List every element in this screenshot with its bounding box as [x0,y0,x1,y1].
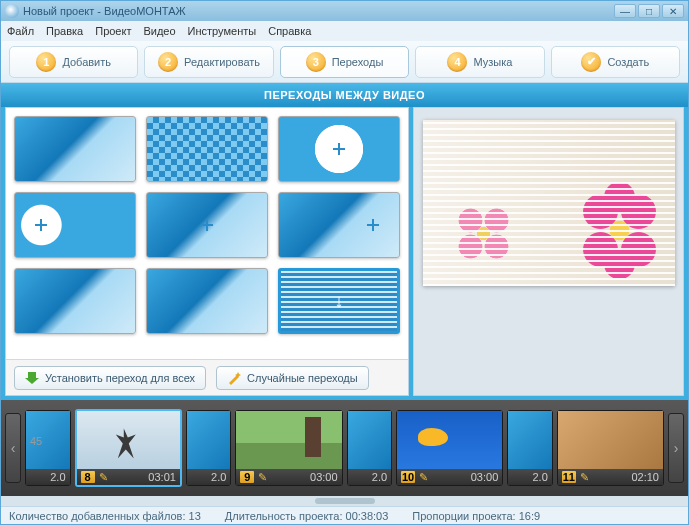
timeline-scrollbar[interactable] [1,496,688,506]
menu-video[interactable]: Видео [143,25,175,37]
check-icon: ✔ [581,52,601,72]
step-tabs: 1Добавить 2Редактировать 3Переходы 4Музы… [1,41,688,83]
app-icon [5,4,19,18]
transition-duration: 2.0 [372,471,387,483]
transition-clip[interactable]: 2.0 [347,410,393,486]
transition-thumb[interactable] [14,268,136,334]
button-label: Случайные переходы [247,372,358,384]
edit-icon[interactable]: ✎ [580,471,589,484]
video-clip[interactable]: 11✎02:10 [557,410,664,486]
clip-duration: 03:01 [148,471,176,483]
preview-panel [413,107,684,396]
step-4-icon: 4 [447,52,467,72]
transitions-grid[interactable]: ↓ [6,108,408,359]
menu-project[interactable]: Проект [95,25,131,37]
tab-transitions[interactable]: 3Переходы [280,46,409,78]
step-3-icon: 3 [306,52,326,72]
transition-thumb[interactable] [278,192,400,258]
timeline-prev-button[interactable]: ‹ [5,413,21,483]
clip-number: 9 [240,471,254,483]
status-files: Количество добавленных файлов: 13 [9,510,201,522]
section-banner: ПЕРЕХОДЫ МЕЖДУ ВИДЕО [1,83,688,107]
transition-thumb[interactable] [146,192,268,258]
step-1-icon: 1 [36,52,56,72]
clip-duration: 03:00 [471,471,499,483]
status-duration: Длительность проекта: 00:38:03 [225,510,389,522]
maximize-button[interactable]: □ [638,4,660,18]
minimize-button[interactable]: — [614,4,636,18]
transition-actions: Установить переход для всех Случайные пе… [6,359,408,395]
tab-music[interactable]: 4Музыка [415,46,544,78]
transition-clip[interactable]: 452.0 [25,410,71,486]
close-button[interactable]: ✕ [662,4,684,18]
timeline-items[interactable]: 452.0 8✎03:01 2.0 9✎03:00 2.0 10✎03:00 [21,409,668,487]
wand-icon [227,371,241,385]
statusbar: Количество добавленных файлов: 13 Длител… [1,506,688,524]
video-clip[interactable]: 9✎03:00 [235,410,342,486]
edit-icon[interactable]: ✎ [419,471,428,484]
menu-tools[interactable]: Инструменты [188,25,257,37]
transitions-panel: ↓ Установить переход для всех Случайные … [5,107,409,396]
menu-file[interactable]: Файл [7,25,34,37]
transition-thumb[interactable] [14,192,136,258]
tab-create[interactable]: ✔Создать [551,46,680,78]
transition-clip[interactable]: 2.0 [507,410,553,486]
transition-duration: 2.0 [533,471,548,483]
tab-label: Переходы [332,56,384,68]
window-title: Новый проект - ВидеоМОНТАЖ [23,5,614,17]
edit-icon[interactable]: ✎ [258,471,267,484]
transition-thumb-selected[interactable]: ↓ [278,268,400,334]
download-icon [25,371,39,385]
transition-duration: 2.0 [50,471,65,483]
tab-label: Музыка [473,56,512,68]
transition-thumb[interactable] [14,116,136,182]
clip-number: 10 [401,471,415,483]
video-clip[interactable]: 10✎03:00 [396,410,503,486]
menubar: Файл Правка Проект Видео Инструменты Спр… [1,21,688,41]
clip-number: 11 [562,471,576,483]
transition-thumb[interactable] [278,116,400,182]
preview-image [423,120,675,286]
tab-add[interactable]: 1Добавить [9,46,138,78]
transition-duration: 2.0 [211,471,226,483]
timeline-next-button[interactable]: › [668,413,684,483]
apply-all-button[interactable]: Установить переход для всех [14,366,206,390]
clip-duration: 02:10 [631,471,659,483]
clip-duration: 03:00 [310,471,338,483]
transition-clip[interactable]: 2.0 [186,410,232,486]
random-button[interactable]: Случайные переходы [216,366,369,390]
step-2-icon: 2 [158,52,178,72]
titlebar: Новый проект - ВидеоМОНТАЖ — □ ✕ [1,1,688,21]
transition-thumb[interactable] [146,116,268,182]
tab-label: Добавить [62,56,111,68]
menu-edit[interactable]: Правка [46,25,83,37]
tab-label: Редактировать [184,56,260,68]
video-clip[interactable]: 8✎03:01 [75,409,182,487]
transition-thumb[interactable] [146,268,268,334]
button-label: Установить переход для всех [45,372,195,384]
content-area: ↓ Установить переход для всех Случайные … [1,107,688,400]
status-ratio: Пропорции проекта: 16:9 [412,510,540,522]
timeline: ‹ 452.0 8✎03:01 2.0 9✎03:00 2.0 [1,400,688,496]
menu-help[interactable]: Справка [268,25,311,37]
tab-edit[interactable]: 2Редактировать [144,46,273,78]
clip-index: 45 [30,435,42,447]
tab-label: Создать [607,56,649,68]
app-window: Новый проект - ВидеоМОНТАЖ — □ ✕ Файл Пр… [0,0,689,525]
clip-number: 8 [81,471,95,483]
edit-icon[interactable]: ✎ [99,471,108,484]
